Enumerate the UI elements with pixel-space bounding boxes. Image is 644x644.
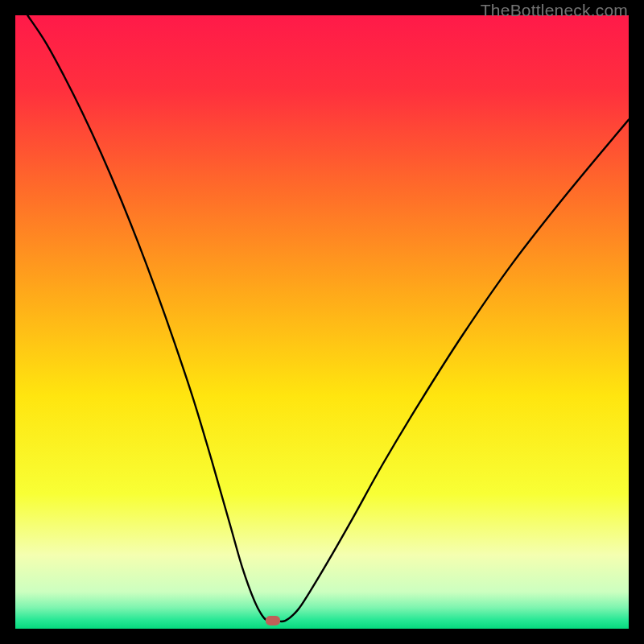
chart-frame: TheBottleneck.com [0,0,644,644]
optimal-marker [266,616,280,625]
plot-area [15,15,629,629]
bottleneck-curve [15,15,629,629]
watermark-text: TheBottleneck.com [481,1,628,20]
